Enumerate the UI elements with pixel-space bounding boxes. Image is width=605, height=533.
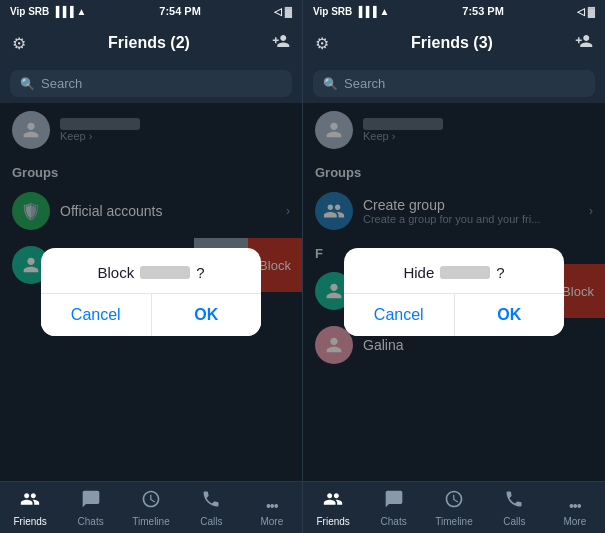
timeline-icon-left bbox=[141, 489, 161, 514]
timeline-icon-right bbox=[444, 489, 464, 514]
dialog-name-blurred-right bbox=[440, 266, 490, 279]
tab-calls-label-right: Calls bbox=[503, 516, 525, 527]
dialog-content-left: Block ? bbox=[41, 248, 261, 293]
wifi-icon-right: ▲ bbox=[380, 6, 390, 17]
status-left-right: Vip SRB ▐▐▐ ▲ bbox=[313, 6, 389, 17]
dialog-box-left: Block ? Cancel OK bbox=[41, 248, 261, 336]
dialog-content-right: Hide ? bbox=[344, 248, 564, 293]
app-header-left: ⚙ Friends (2) bbox=[0, 22, 302, 64]
add-friend-icon-left[interactable] bbox=[272, 32, 290, 55]
search-bar-left[interactable]: 🔍 Search bbox=[10, 70, 292, 97]
search-icon-right: 🔍 bbox=[323, 77, 338, 91]
location-icon-right: ◁ bbox=[577, 6, 585, 17]
dialog-ok-right[interactable]: OK bbox=[455, 294, 565, 336]
tab-chats-right[interactable]: Chats bbox=[363, 489, 423, 529]
dialog-cancel-left[interactable]: Cancel bbox=[41, 294, 152, 336]
tab-chats-label-right: Chats bbox=[381, 516, 407, 527]
tab-friends-label-right: Friends bbox=[317, 516, 350, 527]
tab-chats-left[interactable]: Chats bbox=[60, 489, 120, 529]
content-right: Keep › Groups Create group Create a grou… bbox=[303, 103, 605, 481]
tab-friends-label-left: Friends bbox=[14, 516, 47, 527]
dialog-ok-left[interactable]: OK bbox=[152, 294, 262, 336]
tab-calls-right[interactable]: Calls bbox=[484, 489, 544, 529]
carrier-right: Vip SRB bbox=[313, 6, 352, 17]
tab-more-label-left: More bbox=[260, 516, 283, 527]
status-bar-right: Vip SRB ▐▐▐ ▲ 7:53 PM ◁ ▓ bbox=[303, 0, 605, 22]
friends-icon-right bbox=[323, 489, 343, 514]
tab-timeline-label-left: Timeline bbox=[132, 516, 169, 527]
settings-icon-right[interactable]: ⚙ bbox=[315, 34, 329, 53]
header-title-right: Friends (3) bbox=[411, 34, 493, 52]
dialog-title-left: Block ? bbox=[57, 264, 245, 281]
carrier-left: Vip SRB bbox=[10, 6, 49, 17]
time-left: 7:54 PM bbox=[159, 5, 201, 17]
app-header-right: ⚙ Friends (3) bbox=[303, 22, 605, 64]
header-title-left: Friends (2) bbox=[108, 34, 190, 52]
tab-bar-left: Friends Chats Timeline Calls ••• More bbox=[0, 481, 302, 533]
right-panel: Vip SRB ▐▐▐ ▲ 7:53 PM ◁ ▓ ⚙ Friends (3) … bbox=[303, 0, 605, 533]
location-icon: ◁ bbox=[274, 6, 282, 17]
calls-icon-left bbox=[201, 489, 221, 514]
battery-icon: ▓ bbox=[285, 6, 292, 17]
search-bar-right[interactable]: 🔍 Search bbox=[313, 70, 595, 97]
dialog-actions-right: Cancel OK bbox=[344, 293, 564, 336]
tab-more-left[interactable]: ••• More bbox=[242, 498, 302, 529]
tab-calls-label-left: Calls bbox=[200, 516, 222, 527]
friends-icon-left bbox=[20, 489, 40, 514]
status-right-left: ◁ ▓ bbox=[274, 6, 292, 17]
dialog-box-right: Hide ? Cancel OK bbox=[344, 248, 564, 336]
dialog-actions-left: Cancel OK bbox=[41, 293, 261, 336]
settings-icon-left[interactable]: ⚙ bbox=[12, 34, 26, 53]
dialog-overlay-left: Block ? Cancel OK bbox=[0, 103, 302, 481]
more-icon-left: ••• bbox=[266, 498, 278, 514]
battery-icon-right: ▓ bbox=[588, 6, 595, 17]
add-friend-icon-right[interactable] bbox=[575, 32, 593, 55]
tab-friends-right[interactable]: Friends bbox=[303, 489, 363, 529]
left-panel: Vip SRB ▐▐▐ ▲ 7:54 PM ◁ ▓ ⚙ Friends (2) … bbox=[0, 0, 302, 533]
chats-icon-left bbox=[81, 489, 101, 514]
tab-more-label-right: More bbox=[563, 516, 586, 527]
tab-timeline-left[interactable]: Timeline bbox=[121, 489, 181, 529]
tab-chats-label-left: Chats bbox=[78, 516, 104, 527]
tab-calls-left[interactable]: Calls bbox=[181, 489, 241, 529]
tab-friends-left[interactable]: Friends bbox=[0, 489, 60, 529]
search-placeholder-right: Search bbox=[344, 76, 385, 91]
status-left-left: Vip SRB ▐▐▐ ▲ bbox=[10, 6, 86, 17]
dialog-title-right: Hide ? bbox=[360, 264, 548, 281]
signal-icon-right: ▐▐▐ bbox=[355, 6, 376, 17]
tab-timeline-label-right: Timeline bbox=[435, 516, 472, 527]
dialog-cancel-right[interactable]: Cancel bbox=[344, 294, 455, 336]
status-right-right: ◁ ▓ bbox=[577, 6, 595, 17]
tab-timeline-right[interactable]: Timeline bbox=[424, 489, 484, 529]
content-left: Keep › Groups 🛡️ Official accounts › bbox=[0, 103, 302, 481]
tab-more-right[interactable]: ••• More bbox=[545, 498, 605, 529]
tab-bar-right: Friends Chats Timeline Calls ••• More bbox=[303, 481, 605, 533]
time-right: 7:53 PM bbox=[462, 5, 504, 17]
signal-icon: ▐▐▐ bbox=[52, 6, 73, 17]
dialog-name-blurred-left bbox=[140, 266, 190, 279]
more-icon-right: ••• bbox=[569, 498, 581, 514]
status-bar-left: Vip SRB ▐▐▐ ▲ 7:54 PM ◁ ▓ bbox=[0, 0, 302, 22]
wifi-icon: ▲ bbox=[77, 6, 87, 17]
search-icon-left: 🔍 bbox=[20, 77, 35, 91]
calls-icon-right bbox=[504, 489, 524, 514]
dialog-overlay-right: Hide ? Cancel OK bbox=[303, 103, 605, 481]
search-placeholder-left: Search bbox=[41, 76, 82, 91]
chats-icon-right bbox=[384, 489, 404, 514]
